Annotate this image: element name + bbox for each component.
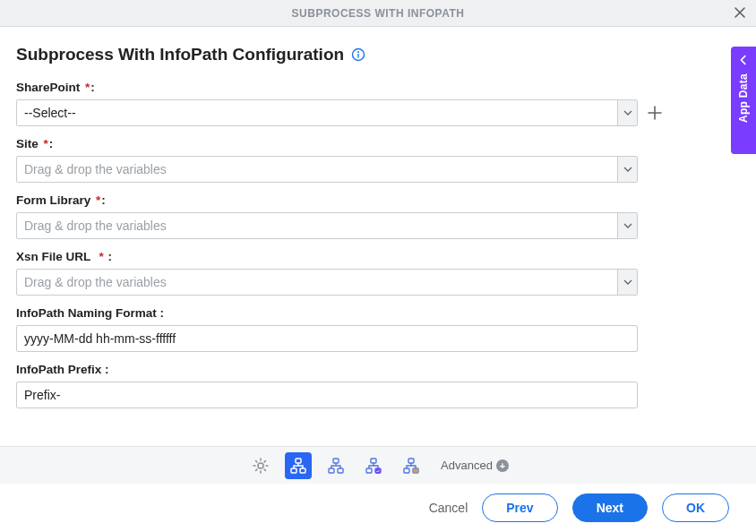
svg-rect-8 (329, 468, 334, 473)
svg-rect-17 (414, 468, 418, 472)
field-xsn-file-url: Xsn File URL * : Drag & drop the variabl… (16, 250, 670, 296)
required-asterisk: * (40, 137, 48, 150)
page-title-row: Subprocess With InfoPath Configuration (16, 45, 740, 64)
svg-rect-14 (408, 459, 414, 463)
field-form-library: Form Library *: Drag & drop the variable… (16, 193, 670, 239)
plus-circle-icon: + (496, 459, 509, 472)
label-colon: : (105, 250, 112, 263)
infopath-naming-format-input[interactable] (17, 326, 637, 351)
select-placeholder: Drag & drop the variables (17, 275, 617, 289)
footer-buttons: Cancel Prev Next OK (0, 484, 756, 532)
content-area: Subprocess With InfoPath Configuration S… (0, 27, 756, 408)
svg-rect-10 (371, 459, 376, 463)
infopath-naming-format-label: InfoPath Naming Format : (16, 306, 670, 320)
chevron-down-icon[interactable] (617, 157, 637, 182)
xsn-file-url-select[interactable]: Drag & drop the variables (16, 269, 638, 296)
sharepoint-label: SharePoint *: (16, 81, 670, 94)
info-icon[interactable] (351, 47, 365, 62)
field-site: Site *: Drag & drop the variables (16, 137, 670, 183)
cancel-button[interactable]: Cancel (429, 501, 468, 515)
svg-rect-7 (333, 459, 339, 463)
required-asterisk: * (92, 193, 100, 207)
sharepoint-select[interactable]: --Select-- (16, 99, 638, 126)
hierarchy-variant-1-icon[interactable] (322, 452, 349, 479)
header-title: SUBPROCESS WITH INFOPATH (292, 7, 465, 20)
page-title: Subprocess With InfoPath Configuration (16, 45, 344, 64)
field-sharepoint: SharePoint *: --Select-- (16, 81, 670, 126)
app-data-side-tab[interactable]: App Data (731, 47, 756, 154)
advanced-toggle[interactable]: Advanced + (441, 459, 509, 472)
chevron-left-icon (737, 54, 750, 66)
advanced-label: Advanced (441, 459, 493, 472)
label-colon: : (101, 193, 106, 207)
chevron-down-icon[interactable] (617, 213, 637, 238)
required-asterisk: * (82, 81, 90, 94)
svg-point-3 (258, 463, 263, 468)
next-button[interactable]: Next (572, 493, 648, 522)
form-library-select[interactable]: Drag & drop the variables (16, 212, 638, 239)
required-asterisk: * (96, 250, 104, 263)
site-label: Site *: (16, 137, 670, 150)
side-tab-label: App Data (737, 73, 750, 123)
add-sharepoint-button[interactable] (645, 103, 665, 123)
svg-rect-6 (300, 468, 305, 473)
field-infopath-prefix: InfoPath Prefix : (16, 363, 670, 408)
label-text: Site (16, 137, 39, 150)
svg-rect-5 (291, 468, 296, 473)
ok-button[interactable]: OK (662, 493, 729, 522)
svg-rect-4 (296, 459, 301, 463)
svg-rect-11 (366, 468, 372, 473)
label-text: SharePoint (16, 81, 80, 94)
form-library-label: Form Library *: (16, 193, 670, 207)
svg-rect-15 (404, 468, 409, 473)
infopath-prefix-label: InfoPath Prefix : (16, 363, 670, 376)
close-icon[interactable] (733, 5, 747, 20)
chevron-down-icon[interactable] (617, 270, 637, 295)
label-colon: : (90, 81, 95, 94)
select-placeholder: Drag & drop the variables (17, 219, 617, 233)
xsn-file-url-label: Xsn File URL * : (16, 250, 670, 263)
infopath-naming-format-input-wrap (16, 325, 638, 352)
label-text: Xsn File URL (16, 250, 90, 263)
field-infopath-naming-format: InfoPath Naming Format : (16, 306, 670, 352)
hierarchy-icon[interactable] (285, 452, 312, 479)
label-text: Form Library (16, 193, 90, 207)
infopath-prefix-input-wrap (16, 382, 638, 408)
svg-point-1 (357, 51, 359, 53)
chevron-down-icon[interactable] (617, 100, 637, 125)
svg-rect-9 (338, 468, 343, 473)
hierarchy-variant-3-icon[interactable] (398, 452, 425, 479)
header-bar: SUBPROCESS WITH INFOPATH (0, 0, 756, 27)
select-value: --Select-- (17, 106, 617, 120)
site-select[interactable]: Drag & drop the variables (16, 156, 638, 183)
prev-button[interactable]: Prev (482, 493, 557, 522)
select-placeholder: Drag & drop the variables (17, 162, 617, 176)
bottom-toolbar: Advanced + (0, 446, 756, 484)
label-gap (90, 250, 94, 263)
svg-rect-2 (357, 54, 358, 58)
infopath-prefix-input[interactable] (17, 382, 637, 408)
hierarchy-variant-2-icon[interactable] (360, 452, 387, 479)
gear-icon[interactable] (247, 452, 274, 479)
label-colon: : (49, 137, 54, 150)
